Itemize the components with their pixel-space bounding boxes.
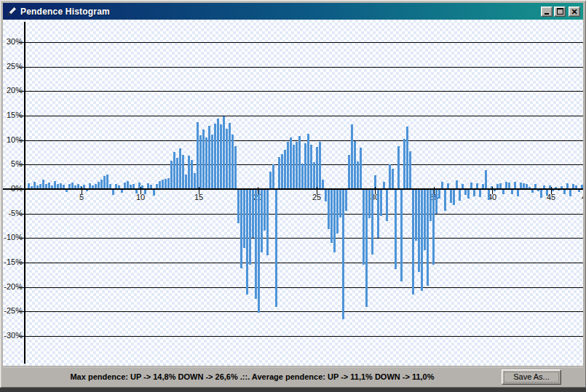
histogram-bar	[357, 161, 359, 189]
x-axis-tick	[492, 187, 493, 194]
histogram-bar	[368, 189, 371, 218]
histogram-bar	[339, 189, 341, 217]
histogram-bar	[188, 156, 190, 189]
histogram-bar	[144, 189, 146, 194]
histogram-bar	[432, 189, 435, 265]
histogram-bar	[266, 189, 269, 255]
histogram-bar	[176, 158, 178, 189]
histogram-bar	[261, 189, 263, 252]
histogram-bar	[112, 189, 114, 195]
histogram-bar	[234, 146, 237, 189]
maximize-button[interactable]	[554, 7, 566, 17]
app-window: Pendence Histogram ✕ 30%25%20%15%10%5%0%…	[0, 0, 586, 388]
histogram-bar	[435, 189, 437, 214]
histogram-bar	[427, 189, 429, 286]
histogram-bar	[301, 164, 304, 189]
histogram-bar	[220, 124, 222, 189]
gridline	[19, 263, 583, 263]
histogram-bar	[246, 189, 248, 295]
histogram-bar	[298, 136, 301, 189]
histogram-bar	[546, 189, 548, 196]
histogram-bar	[412, 189, 414, 295]
histogram-bar	[255, 189, 257, 299]
histogram-bar	[517, 189, 519, 196]
histogram-bar	[182, 155, 184, 189]
histogram-bar	[459, 189, 461, 201]
histogram-bar	[217, 119, 219, 189]
histogram-bar	[173, 152, 175, 189]
histogram-bar	[275, 189, 277, 307]
histogram-bar	[348, 155, 350, 189]
histogram-bar	[438, 189, 440, 199]
histogram-bar	[264, 189, 266, 231]
histogram-bar	[502, 189, 504, 194]
histogram-bar	[333, 189, 336, 252]
histogram-bar	[293, 145, 295, 189]
gridline	[19, 287, 583, 288]
histogram-bar	[563, 189, 566, 194]
histogram-bar	[237, 189, 239, 223]
y-axis-label: 10%	[3, 135, 23, 144]
histogram-bar	[409, 151, 411, 189]
histogram-bar	[511, 189, 513, 194]
window-controls: ✕	[541, 7, 582, 17]
title-bar[interactable]: Pendence Histogram ✕	[3, 3, 583, 20]
gridline	[19, 91, 583, 92]
y-axis-label: -10%	[3, 233, 23, 241]
x-axis-label: 48	[577, 193, 583, 201]
histogram-bar	[345, 189, 347, 211]
histogram-bar	[240, 189, 242, 268]
histogram-bar	[231, 135, 234, 189]
gridline	[19, 42, 583, 43]
histogram-bar	[281, 154, 283, 189]
gridline	[19, 336, 583, 337]
histogram-bar	[269, 172, 272, 189]
y-axis-label: -25%	[3, 306, 23, 315]
histogram-bar	[354, 141, 356, 189]
y-axis-label: 15%	[3, 111, 23, 119]
histogram-bar	[296, 142, 298, 189]
histogram-bar	[464, 189, 467, 195]
histogram-bar	[313, 162, 315, 189]
histogram-bar	[336, 189, 338, 233]
minimize-icon	[545, 13, 549, 15]
histogram-bar	[103, 176, 106, 189]
histogram-bar	[406, 127, 408, 189]
histogram-bar	[304, 143, 306, 189]
y-axis-label: -30%	[3, 331, 23, 340]
app-icon	[6, 6, 17, 17]
histogram-bar	[243, 189, 245, 248]
y-axis-label: 5%	[3, 159, 23, 168]
gridline	[19, 140, 583, 141]
histogram-bar	[540, 189, 542, 198]
histogram-bar	[258, 189, 260, 313]
close-button[interactable]: ✕	[569, 7, 580, 17]
y-axis-line	[24, 22, 25, 364]
x-axis-tick	[199, 187, 199, 194]
histogram-bar	[211, 135, 213, 189]
histogram-bar	[371, 189, 373, 255]
y-axis-label: -20%	[3, 282, 23, 291]
minimize-button[interactable]	[541, 7, 553, 17]
histogram-bar	[389, 164, 391, 189]
x-axis-tick	[434, 187, 435, 194]
histogram-bar	[194, 173, 196, 189]
histogram-bar	[170, 161, 173, 189]
histogram-bar	[485, 170, 487, 189]
y-axis-label: -15%	[3, 257, 23, 266]
histogram-bar	[330, 189, 333, 243]
histogram-bar	[307, 134, 309, 189]
histogram-bar	[179, 148, 181, 189]
histogram-bar	[473, 189, 475, 196]
zero-axis-line	[3, 188, 583, 190]
histogram-bar	[197, 122, 199, 189]
histogram-bar	[397, 146, 400, 189]
histogram-bar	[185, 175, 187, 189]
histogram-bar	[386, 189, 388, 221]
histogram-bar	[106, 175, 108, 189]
status-bar: Max pendence: UP -> 14,8% DOWN -> 26,6% …	[3, 366, 583, 387]
save-as-button[interactable]: Save As...	[502, 369, 561, 385]
histogram-bar	[310, 145, 312, 189]
histogram-bar	[153, 189, 155, 196]
close-icon: ✕	[571, 8, 577, 15]
